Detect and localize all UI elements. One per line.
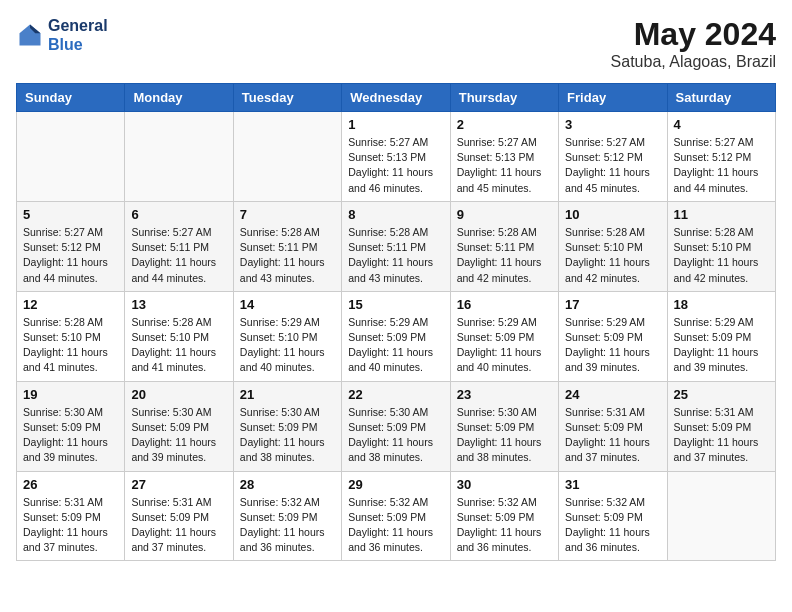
- calendar-cell: [17, 112, 125, 202]
- day-number: 27: [131, 477, 226, 492]
- day-info: Sunrise: 5:29 AM Sunset: 5:09 PM Dayligh…: [457, 315, 552, 376]
- title-block: May 2024 Satuba, Alagoas, Brazil: [611, 16, 776, 71]
- header-day-wednesday: Wednesday: [342, 84, 450, 112]
- day-info: Sunrise: 5:30 AM Sunset: 5:09 PM Dayligh…: [131, 405, 226, 466]
- logo: General Blue: [16, 16, 108, 54]
- calendar-cell: 7Sunrise: 5:28 AM Sunset: 5:11 PM Daylig…: [233, 201, 341, 291]
- calendar-cell: 5Sunrise: 5:27 AM Sunset: 5:12 PM Daylig…: [17, 201, 125, 291]
- day-info: Sunrise: 5:27 AM Sunset: 5:12 PM Dayligh…: [674, 135, 769, 196]
- day-info: Sunrise: 5:30 AM Sunset: 5:09 PM Dayligh…: [23, 405, 118, 466]
- day-number: 29: [348, 477, 443, 492]
- day-info: Sunrise: 5:28 AM Sunset: 5:10 PM Dayligh…: [565, 225, 660, 286]
- calendar-cell: 3Sunrise: 5:27 AM Sunset: 5:12 PM Daylig…: [559, 112, 667, 202]
- location-title: Satuba, Alagoas, Brazil: [611, 53, 776, 71]
- calendar-cell: 19Sunrise: 5:30 AM Sunset: 5:09 PM Dayli…: [17, 381, 125, 471]
- day-number: 18: [674, 297, 769, 312]
- calendar-cell: 28Sunrise: 5:32 AM Sunset: 5:09 PM Dayli…: [233, 471, 341, 561]
- week-row-1: 1Sunrise: 5:27 AM Sunset: 5:13 PM Daylig…: [17, 112, 776, 202]
- day-info: Sunrise: 5:27 AM Sunset: 5:13 PM Dayligh…: [457, 135, 552, 196]
- calendar-cell: 2Sunrise: 5:27 AM Sunset: 5:13 PM Daylig…: [450, 112, 558, 202]
- day-number: 2: [457, 117, 552, 132]
- day-info: Sunrise: 5:31 AM Sunset: 5:09 PM Dayligh…: [565, 405, 660, 466]
- day-number: 9: [457, 207, 552, 222]
- calendar-cell: 27Sunrise: 5:31 AM Sunset: 5:09 PM Dayli…: [125, 471, 233, 561]
- day-number: 7: [240, 207, 335, 222]
- calendar-cell: 13Sunrise: 5:28 AM Sunset: 5:10 PM Dayli…: [125, 291, 233, 381]
- calendar-cell: 6Sunrise: 5:27 AM Sunset: 5:11 PM Daylig…: [125, 201, 233, 291]
- day-number: 21: [240, 387, 335, 402]
- calendar-cell: 30Sunrise: 5:32 AM Sunset: 5:09 PM Dayli…: [450, 471, 558, 561]
- day-number: 5: [23, 207, 118, 222]
- calendar-cell: 21Sunrise: 5:30 AM Sunset: 5:09 PM Dayli…: [233, 381, 341, 471]
- calendar-cell: 11Sunrise: 5:28 AM Sunset: 5:10 PM Dayli…: [667, 201, 775, 291]
- day-info: Sunrise: 5:27 AM Sunset: 5:12 PM Dayligh…: [23, 225, 118, 286]
- calendar-cell: 14Sunrise: 5:29 AM Sunset: 5:10 PM Dayli…: [233, 291, 341, 381]
- calendar-header: SundayMondayTuesdayWednesdayThursdayFrid…: [17, 84, 776, 112]
- page-header: General Blue May 2024 Satuba, Alagoas, B…: [16, 16, 776, 71]
- day-info: Sunrise: 5:32 AM Sunset: 5:09 PM Dayligh…: [240, 495, 335, 556]
- day-info: Sunrise: 5:28 AM Sunset: 5:10 PM Dayligh…: [131, 315, 226, 376]
- calendar-cell: 10Sunrise: 5:28 AM Sunset: 5:10 PM Dayli…: [559, 201, 667, 291]
- day-info: Sunrise: 5:29 AM Sunset: 5:09 PM Dayligh…: [565, 315, 660, 376]
- week-row-4: 19Sunrise: 5:30 AM Sunset: 5:09 PM Dayli…: [17, 381, 776, 471]
- calendar-cell: [125, 112, 233, 202]
- logo-text: General Blue: [48, 16, 108, 54]
- calendar-cell: 18Sunrise: 5:29 AM Sunset: 5:09 PM Dayli…: [667, 291, 775, 381]
- day-number: 24: [565, 387, 660, 402]
- header-day-monday: Monday: [125, 84, 233, 112]
- day-info: Sunrise: 5:31 AM Sunset: 5:09 PM Dayligh…: [674, 405, 769, 466]
- calendar-cell: 22Sunrise: 5:30 AM Sunset: 5:09 PM Dayli…: [342, 381, 450, 471]
- day-info: Sunrise: 5:28 AM Sunset: 5:10 PM Dayligh…: [23, 315, 118, 376]
- header-day-saturday: Saturday: [667, 84, 775, 112]
- header-day-thursday: Thursday: [450, 84, 558, 112]
- day-number: 26: [23, 477, 118, 492]
- day-info: Sunrise: 5:28 AM Sunset: 5:10 PM Dayligh…: [674, 225, 769, 286]
- week-row-3: 12Sunrise: 5:28 AM Sunset: 5:10 PM Dayli…: [17, 291, 776, 381]
- day-info: Sunrise: 5:30 AM Sunset: 5:09 PM Dayligh…: [240, 405, 335, 466]
- header-day-friday: Friday: [559, 84, 667, 112]
- calendar-cell: 29Sunrise: 5:32 AM Sunset: 5:09 PM Dayli…: [342, 471, 450, 561]
- day-number: 6: [131, 207, 226, 222]
- calendar-cell: 16Sunrise: 5:29 AM Sunset: 5:09 PM Dayli…: [450, 291, 558, 381]
- day-info: Sunrise: 5:32 AM Sunset: 5:09 PM Dayligh…: [565, 495, 660, 556]
- calendar-cell: 26Sunrise: 5:31 AM Sunset: 5:09 PM Dayli…: [17, 471, 125, 561]
- day-info: Sunrise: 5:31 AM Sunset: 5:09 PM Dayligh…: [131, 495, 226, 556]
- day-number: 3: [565, 117, 660, 132]
- header-row: SundayMondayTuesdayWednesdayThursdayFrid…: [17, 84, 776, 112]
- day-info: Sunrise: 5:28 AM Sunset: 5:11 PM Dayligh…: [348, 225, 443, 286]
- day-info: Sunrise: 5:30 AM Sunset: 5:09 PM Dayligh…: [348, 405, 443, 466]
- calendar-cell: 1Sunrise: 5:27 AM Sunset: 5:13 PM Daylig…: [342, 112, 450, 202]
- day-number: 10: [565, 207, 660, 222]
- day-info: Sunrise: 5:29 AM Sunset: 5:10 PM Dayligh…: [240, 315, 335, 376]
- day-info: Sunrise: 5:30 AM Sunset: 5:09 PM Dayligh…: [457, 405, 552, 466]
- calendar-cell: 9Sunrise: 5:28 AM Sunset: 5:11 PM Daylig…: [450, 201, 558, 291]
- day-number: 4: [674, 117, 769, 132]
- day-number: 15: [348, 297, 443, 312]
- day-info: Sunrise: 5:28 AM Sunset: 5:11 PM Dayligh…: [457, 225, 552, 286]
- day-number: 8: [348, 207, 443, 222]
- day-info: Sunrise: 5:31 AM Sunset: 5:09 PM Dayligh…: [23, 495, 118, 556]
- day-number: 25: [674, 387, 769, 402]
- header-day-tuesday: Tuesday: [233, 84, 341, 112]
- day-number: 23: [457, 387, 552, 402]
- calendar-cell: 23Sunrise: 5:30 AM Sunset: 5:09 PM Dayli…: [450, 381, 558, 471]
- day-number: 22: [348, 387, 443, 402]
- logo-icon: [16, 21, 44, 49]
- calendar-cell: 17Sunrise: 5:29 AM Sunset: 5:09 PM Dayli…: [559, 291, 667, 381]
- day-number: 19: [23, 387, 118, 402]
- calendar-cell: 25Sunrise: 5:31 AM Sunset: 5:09 PM Dayli…: [667, 381, 775, 471]
- day-info: Sunrise: 5:29 AM Sunset: 5:09 PM Dayligh…: [348, 315, 443, 376]
- day-number: 30: [457, 477, 552, 492]
- day-info: Sunrise: 5:27 AM Sunset: 5:11 PM Dayligh…: [131, 225, 226, 286]
- day-info: Sunrise: 5:27 AM Sunset: 5:12 PM Dayligh…: [565, 135, 660, 196]
- day-info: Sunrise: 5:28 AM Sunset: 5:11 PM Dayligh…: [240, 225, 335, 286]
- day-info: Sunrise: 5:32 AM Sunset: 5:09 PM Dayligh…: [348, 495, 443, 556]
- week-row-5: 26Sunrise: 5:31 AM Sunset: 5:09 PM Dayli…: [17, 471, 776, 561]
- calendar-cell: 31Sunrise: 5:32 AM Sunset: 5:09 PM Dayli…: [559, 471, 667, 561]
- calendar-cell: 15Sunrise: 5:29 AM Sunset: 5:09 PM Dayli…: [342, 291, 450, 381]
- day-info: Sunrise: 5:29 AM Sunset: 5:09 PM Dayligh…: [674, 315, 769, 376]
- day-number: 20: [131, 387, 226, 402]
- calendar-cell: 20Sunrise: 5:30 AM Sunset: 5:09 PM Dayli…: [125, 381, 233, 471]
- week-row-2: 5Sunrise: 5:27 AM Sunset: 5:12 PM Daylig…: [17, 201, 776, 291]
- day-number: 11: [674, 207, 769, 222]
